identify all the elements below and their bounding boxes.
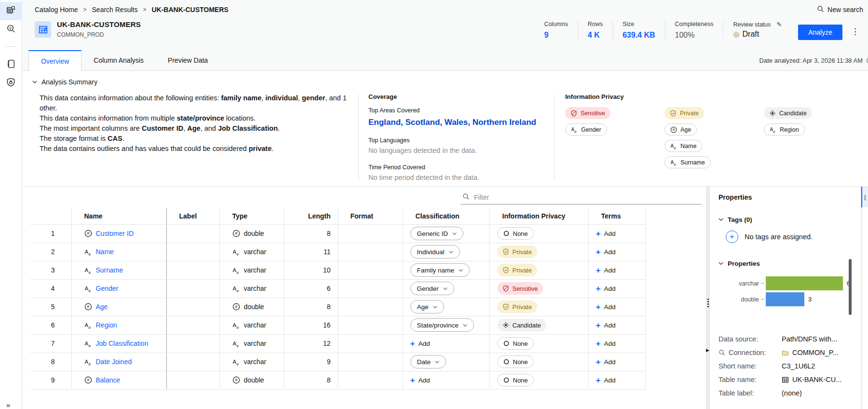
- breadcrumb-item[interactable]: Catalog Home: [35, 6, 78, 14]
- varchar-type-icon: A#: [84, 358, 92, 366]
- breadcrumb-item: UK-BANK-CUSTOMERS: [151, 6, 228, 14]
- add-tag-button[interactable]: +: [726, 231, 738, 243]
- classification-dropdown[interactable]: Gender: [410, 282, 454, 295]
- tab-preview-data[interactable]: Preview Data: [156, 50, 220, 70]
- table-row: 1 #Customer ID #double 8 Generic ID None…: [30, 224, 645, 243]
- row-number: 9: [30, 371, 71, 389]
- filter-input[interactable]: [474, 193, 700, 201]
- classification-dropdown[interactable]: State/province: [410, 318, 474, 332]
- overflow-menu-icon[interactable]: ⋮: [847, 27, 863, 37]
- column-header-format: Format: [338, 208, 403, 224]
- breadcrumb-item[interactable]: Search Results: [92, 6, 138, 14]
- row-number-header: [30, 208, 71, 224]
- review-status-value: Draft: [743, 30, 760, 39]
- new-search-button[interactable]: New search: [817, 5, 863, 14]
- coverage-section: Coverage Top Areas Covered England, Scot…: [359, 93, 554, 181]
- kv-value: Path/DNFS with...: [782, 335, 861, 343]
- none-icon: [503, 340, 510, 347]
- table-row: 6 A#Region A#varchar 16 State/province C…: [30, 316, 645, 334]
- tab-column-analysis[interactable]: Column Analysis: [81, 50, 156, 70]
- add-button[interactable]: +Add: [596, 230, 616, 238]
- add-button[interactable]: +Add: [410, 340, 430, 348]
- classification-dropdown[interactable]: Age: [410, 300, 444, 314]
- sidebar-item-catalog[interactable]: [0, 2, 22, 20]
- privacy-tag-private: Private: [497, 245, 537, 258]
- type-value: double: [244, 303, 264, 311]
- column-name-link[interactable]: Name: [96, 248, 114, 256]
- chevron-down-icon: [719, 216, 723, 223]
- add-button[interactable]: +Add: [596, 340, 616, 348]
- edit-pencil-icon[interactable]: ✎: [776, 21, 782, 28]
- analyze-button[interactable]: Analyze: [798, 25, 842, 40]
- add-button[interactable]: +Add: [596, 321, 616, 329]
- classification-dropdown[interactable]: Generic ID: [410, 227, 464, 240]
- length-value: 9: [284, 353, 338, 371]
- privacy-tag-candidate: Candidate: [497, 319, 546, 331]
- open-side-panel-button[interactable]: [: [861, 187, 868, 207]
- tags-section-toggle[interactable]: Tags (0): [719, 216, 861, 223]
- column-name-link[interactable]: Date Joined: [96, 358, 132, 366]
- double-type-icon: #: [232, 376, 240, 384]
- filter-field: [461, 190, 702, 204]
- plus-icon: +: [596, 321, 601, 329]
- column-name-link[interactable]: Age: [96, 303, 108, 311]
- classification-dropdown[interactable]: Family name: [410, 263, 470, 277]
- properties-panel: Properties Tags (0) + No tags are assign…: [710, 187, 861, 409]
- row-number: 1: [30, 224, 71, 243]
- add-button[interactable]: +Add: [596, 358, 616, 366]
- svg-text:#: #: [674, 163, 676, 165]
- varchar-type-icon: A#: [84, 248, 92, 256]
- column-name-link[interactable]: Balance: [96, 376, 121, 384]
- panel-scrollbar[interactable]: [849, 259, 852, 315]
- tab-overview[interactable]: Overview: [28, 50, 81, 71]
- sidebar-item-governance[interactable]: [0, 74, 22, 92]
- properties-section-toggle[interactable]: Properties: [719, 260, 861, 267]
- chevron-down-icon: [719, 260, 723, 267]
- add-button[interactable]: +Add: [596, 303, 616, 311]
- sidebar-item-insights[interactable]: [0, 20, 22, 39]
- sensitive-icon: [570, 110, 577, 117]
- classification-dropdown[interactable]: Date: [410, 355, 447, 368]
- format-cell: [338, 353, 403, 371]
- sidebar-expand-button[interactable]: »: [6, 401, 10, 409]
- add-button[interactable]: +Add: [596, 376, 616, 384]
- double-type-icon: #: [84, 376, 92, 384]
- chart-bar: [766, 292, 804, 306]
- table-icon: [782, 376, 789, 383]
- collapse-panel-arrow-icon[interactable]: ▶: [706, 348, 709, 353]
- tab-bar: OverviewColumn AnalysisPreview Data Date…: [22, 50, 868, 71]
- svg-text:#: #: [673, 127, 675, 132]
- column-name-link[interactable]: Job Classification: [96, 340, 149, 347]
- analysis-summary-toggle[interactable]: Analysis Summary: [32, 78, 868, 86]
- panel-splitter[interactable]: ▶: [706, 187, 710, 409]
- varchar-type-icon: A#: [670, 143, 677, 150]
- column-name-link[interactable]: Gender: [96, 285, 119, 292]
- column-name-link[interactable]: Surname: [96, 266, 123, 274]
- kv-value: C3_1U6L2: [782, 362, 861, 370]
- add-button[interactable]: +Add: [596, 248, 616, 256]
- add-button[interactable]: +Add: [596, 266, 616, 274]
- plus-icon: +: [596, 358, 601, 366]
- add-button[interactable]: +Add: [596, 285, 616, 293]
- classification-dropdown[interactable]: Individual: [410, 245, 460, 259]
- format-cell: [338, 243, 403, 261]
- terms-cell: +Add: [588, 334, 645, 353]
- varchar-type-icon: A#: [232, 321, 240, 329]
- double-type-icon: #: [232, 230, 240, 237]
- terms-cell: +Add: [588, 353, 645, 371]
- column-header-terms: Terms: [588, 208, 645, 224]
- insights-search-icon: [6, 24, 16, 35]
- add-button[interactable]: +Add: [410, 376, 430, 384]
- column-name-link[interactable]: Region: [96, 321, 117, 329]
- summary-line: This data contains information about the…: [40, 93, 358, 113]
- privacy-cell: Candidate: [489, 316, 588, 334]
- plus-icon: +: [596, 340, 601, 348]
- top-areas-link[interactable]: England, Scotland, Wales, Northern Irela…: [368, 118, 554, 127]
- none-icon: [503, 358, 510, 365]
- classification-cell: Gender: [403, 279, 489, 298]
- sidebar-item-glossary[interactable]: [0, 55, 22, 74]
- column-name-link[interactable]: Customer ID: [96, 230, 134, 237]
- chart-row: varchar 6: [719, 275, 861, 291]
- column-header-label: Label: [166, 208, 219, 224]
- drag-handle-icon[interactable]: [707, 299, 709, 300]
